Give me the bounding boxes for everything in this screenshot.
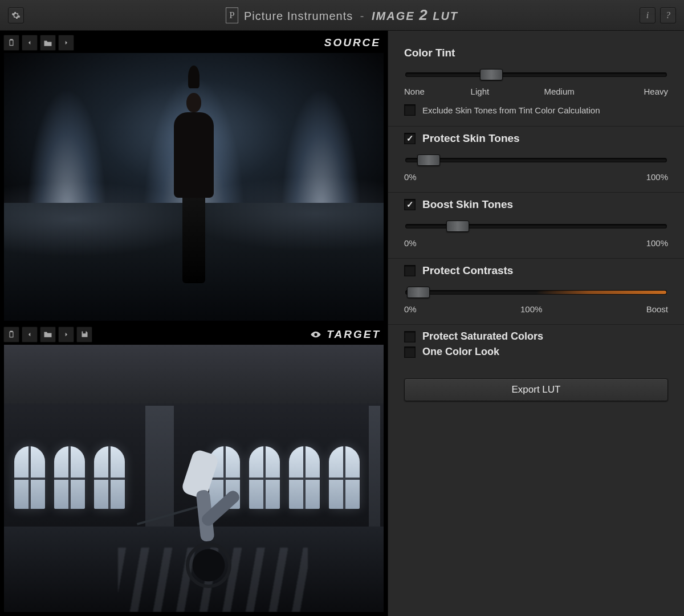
controls-panel: Color Tint None Light Medium Heavy Exclu… <box>388 31 684 616</box>
source-next-button[interactable] <box>58 35 74 51</box>
chevron-right-icon <box>63 39 69 47</box>
chevron-left-icon <box>27 39 32 47</box>
settings-button[interactable] <box>8 7 24 23</box>
chevron-left-icon <box>27 331 32 338</box>
folder-icon <box>43 331 52 338</box>
protect-skin-slider[interactable] <box>405 154 667 166</box>
brand-name: Picture Instruments <box>244 10 353 22</box>
chevron-right-icon <box>63 331 69 338</box>
brand-logo-icon: P <box>226 7 238 23</box>
source-prev-button[interactable] <box>22 35 38 51</box>
clipboard-icon <box>7 38 15 47</box>
target-image[interactable] <box>3 344 384 613</box>
target-save-button[interactable] <box>76 327 92 342</box>
exclude-skin-tones-checkbox[interactable] <box>404 104 416 116</box>
save-icon <box>80 330 89 338</box>
protect-skin-checkbox[interactable] <box>404 133 416 144</box>
source-clipboard-button[interactable] <box>3 35 19 51</box>
protect-skin-section: Protect Skin Tones 0% 100% <box>388 127 684 193</box>
color-tint-slider[interactable] <box>405 68 667 81</box>
target-prev-button[interactable] <box>22 327 38 342</box>
boost-skin-slider[interactable] <box>405 220 667 232</box>
extra-options-section: Protect Saturated Colors One Color Look <box>388 325 684 368</box>
export-lut-button[interactable]: Export LUT <box>404 378 668 401</box>
source-image[interactable] <box>3 52 384 321</box>
titlebar: P Picture Instruments - IMAGE 2 LUT i ? <box>0 0 684 31</box>
protect-contrasts-checkbox[interactable] <box>404 265 416 276</box>
protect-contrasts-handle[interactable] <box>407 287 430 298</box>
source-open-button[interactable] <box>40 35 56 51</box>
gear-icon <box>11 11 21 20</box>
color-tint-handle[interactable] <box>480 69 503 80</box>
protect-skin-handle[interactable] <box>417 154 440 166</box>
target-next-button[interactable] <box>58 327 74 342</box>
target-panel: TARGET <box>3 325 384 613</box>
clipboard-icon <box>7 330 15 339</box>
protect-contrasts-slider[interactable] <box>405 286 667 299</box>
boost-skin-section: Boost Skin Tones 0% 100% <box>388 193 684 259</box>
one-color-look-checkbox[interactable] <box>404 346 416 358</box>
target-open-button[interactable] <box>40 327 56 342</box>
info-button[interactable]: i <box>640 7 656 23</box>
color-tint-title: Color Tint <box>404 47 668 59</box>
help-button[interactable]: ? <box>660 7 676 23</box>
source-panel: SOURCE <box>3 33 384 321</box>
app-title: P Picture Instruments - IMAGE 2 LUT <box>0 6 684 24</box>
protect-contrasts-section: Protect Contrasts 0% 100% Boost <box>388 259 684 325</box>
boost-skin-handle[interactable] <box>446 221 469 232</box>
target-clipboard-button[interactable] <box>3 327 19 342</box>
target-panel-title: TARGET <box>327 328 381 341</box>
eye-icon[interactable] <box>310 331 322 338</box>
folder-icon <box>43 39 52 47</box>
image-panels: SOURCE <box>0 31 388 616</box>
source-panel-title: SOURCE <box>324 36 381 49</box>
exclude-skin-tones-label: Exclude Skin Tones from Tint Color Calcu… <box>422 105 600 115</box>
boost-skin-checkbox[interactable] <box>404 199 416 210</box>
color-tint-section: Color Tint None Light Medium Heavy Exclu… <box>388 41 684 127</box>
protect-saturated-checkbox[interactable] <box>404 331 416 342</box>
